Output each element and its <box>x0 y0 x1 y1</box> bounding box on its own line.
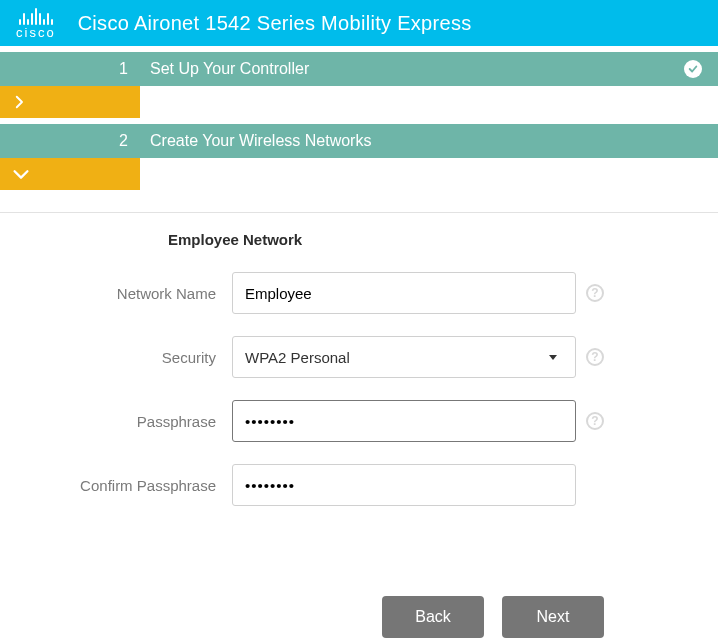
security-selected-value: WPA2 Personal <box>245 349 350 366</box>
brand-name: cisco <box>16 25 56 40</box>
help-icon[interactable]: ? <box>586 412 604 430</box>
caret-down-icon <box>549 355 557 360</box>
step-title-text: Create Your Wireless Networks <box>150 132 371 150</box>
passphrase-label: Passphrase <box>0 413 232 430</box>
step-title[interactable]: Set Up Your Controller <box>140 52 718 86</box>
confirm-passphrase-label: Confirm Passphrase <box>0 477 232 494</box>
checkmark-circle-icon <box>684 60 702 78</box>
employee-network-form: Employee Network Network Name ? Security… <box>0 213 718 638</box>
passphrase-input[interactable] <box>232 400 576 442</box>
chevron-right-icon <box>10 93 28 111</box>
confirm-passphrase-input[interactable] <box>232 464 576 506</box>
step-number: 2 <box>0 124 140 158</box>
network-name-input[interactable] <box>232 272 576 314</box>
form-row-network-name: Network Name ? <box>0 272 718 314</box>
wizard-step-1: 1 Set Up Your Controller <box>0 52 718 118</box>
section-heading: Employee Network <box>168 231 718 248</box>
next-button[interactable]: Next <box>502 596 604 638</box>
form-row-passphrase: Passphrase ? <box>0 400 718 442</box>
brand-logo: cisco <box>16 7 56 40</box>
step-title[interactable]: Create Your Wireless Networks <box>140 124 718 158</box>
cisco-logo-icon: cisco <box>16 7 56 40</box>
step-title-text: Set Up Your Controller <box>150 60 309 78</box>
help-icon[interactable]: ? <box>586 284 604 302</box>
app-header: cisco Cisco Aironet 1542 Series Mobility… <box>0 0 718 46</box>
chevron-down-icon <box>10 163 32 185</box>
help-icon[interactable]: ? <box>586 348 604 366</box>
wizard-step-2: 2 Create Your Wireless Networks <box>0 124 718 190</box>
form-row-security: Security WPA2 Personal ? <box>0 336 718 378</box>
step-expand-toggle[interactable] <box>0 86 140 118</box>
wizard-nav-buttons: Back Next <box>382 596 718 638</box>
security-select[interactable]: WPA2 Personal <box>232 336 576 378</box>
step-number: 1 <box>0 52 140 86</box>
back-button[interactable]: Back <box>382 596 484 638</box>
form-row-confirm-passphrase: Confirm Passphrase <box>0 464 718 506</box>
network-name-label: Network Name <box>0 285 232 302</box>
page-title: Cisco Aironet 1542 Series Mobility Expre… <box>78 12 472 35</box>
security-label: Security <box>0 349 232 366</box>
step-expand-toggle[interactable] <box>0 158 140 190</box>
